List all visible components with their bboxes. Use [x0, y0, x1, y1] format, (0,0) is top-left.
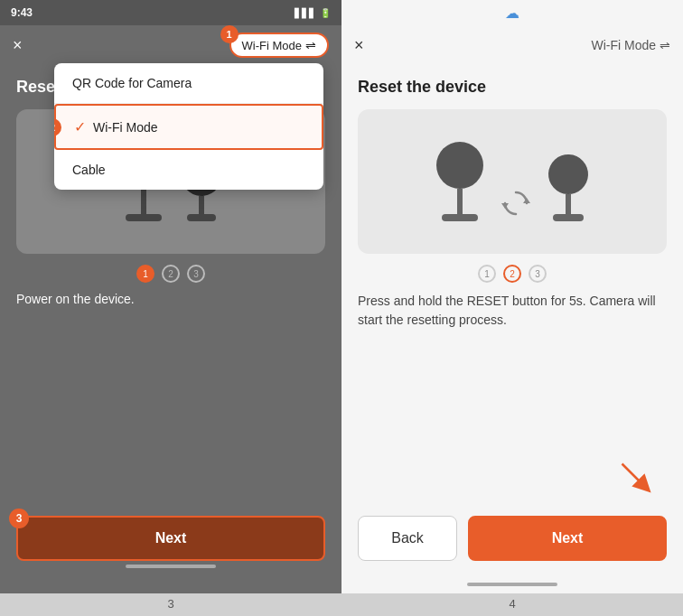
- wifi-icon-right: ⇌: [660, 38, 670, 52]
- step-dots-left: 1 2 3: [16, 265, 325, 283]
- status-bar-left: 9:43 ▋▋▋ 🔋: [0, 0, 342, 25]
- arrow-icon: [611, 453, 656, 498]
- wifi-status-icon: 🔋: [320, 8, 331, 18]
- camera-unit-r1: [436, 142, 483, 221]
- camera-illustration-right: [358, 109, 667, 254]
- status-icons: ▋▋▋ 🔋: [295, 8, 331, 18]
- next-label-right: Next: [552, 530, 584, 546]
- screen-label-left: 3: [0, 593, 342, 616]
- wifi-mode-badge[interactable]: 1 Wi-Fi Mode ⇌: [229, 33, 329, 58]
- arrow-area: [342, 453, 683, 498]
- badge-2: 2: [54, 118, 61, 136]
- status-time: 9:43: [11, 6, 33, 19]
- svg-marker-0: [523, 198, 530, 203]
- cloud-icon: ☁: [505, 5, 519, 22]
- bottom-btn-area-left: 3 Next: [0, 505, 342, 593]
- check-icon: ✓: [74, 118, 86, 135]
- dot-3: 3: [187, 265, 205, 283]
- dropdown-item-wifi[interactable]: 2 ✓ Wi-Fi Mode: [54, 104, 323, 150]
- mode-dropdown: QR Code for Camera 2 ✓ Wi-Fi Mode Cable: [54, 63, 323, 190]
- badge-3: 3: [9, 509, 29, 528]
- camera-unit-r2: [548, 154, 588, 221]
- dropdown-item-cable[interactable]: Cable: [54, 150, 323, 190]
- dot-1: 1: [136, 265, 154, 283]
- svg-line-3: [622, 464, 645, 487]
- signal-icon: ▋▋▋: [295, 8, 316, 18]
- home-indicator-right: [467, 583, 557, 586]
- back-button[interactable]: Back: [358, 516, 457, 561]
- right-screen-content: Reset the device: [342, 65, 683, 453]
- dot-r1: 1: [478, 265, 496, 283]
- nav-bar-right: × Wi-Fi Mode ⇌: [342, 25, 683, 65]
- dot-r2: 2: [503, 265, 521, 283]
- wifi-mode-label-right: Wi-Fi Mode: [591, 38, 656, 52]
- dot-2: 2: [162, 265, 180, 283]
- wifi-mode-title-right: Wi-Fi Mode ⇌: [591, 38, 670, 52]
- next-button-left[interactable]: 3 Next: [16, 516, 325, 561]
- dot-r3: 3: [529, 265, 547, 283]
- instruction-right: Press and hold the RESET button for 5s. …: [358, 292, 667, 330]
- close-button[interactable]: ×: [13, 36, 23, 55]
- instruction-left: Power on the device.: [16, 292, 325, 306]
- step-dots-right: 1 2 3: [358, 265, 667, 283]
- right-page-title: Reset the device: [358, 78, 667, 97]
- dropdown-item-wifi-label: Wi-Fi Mode: [93, 120, 158, 135]
- close-button-right[interactable]: ×: [354, 36, 364, 55]
- next-button-right[interactable]: Next: [468, 516, 667, 561]
- next-label-left: Next: [155, 530, 187, 546]
- screen-label-right: 4: [342, 593, 683, 616]
- dropdown-item-cable-label: Cable: [72, 163, 106, 177]
- svg-marker-1: [501, 203, 509, 209]
- home-indicator-left: [126, 565, 216, 568]
- wifi-icon: ⇌: [305, 38, 316, 52]
- bottom-btns-right: Back Next: [342, 505, 683, 579]
- reset-arrows: [498, 185, 534, 221]
- wifi-mode-label: Wi-Fi Mode: [242, 39, 302, 52]
- dropdown-item-qr[interactable]: QR Code for Camera: [54, 63, 323, 104]
- dropdown-item-qr-label: QR Code for Camera: [72, 76, 192, 90]
- back-label: Back: [391, 530, 424, 546]
- nav-bar-left: × 1 Wi-Fi Mode ⇌: [0, 25, 342, 65]
- status-bar-right: ☁: [342, 0, 683, 25]
- badge-1: 1: [220, 25, 239, 43]
